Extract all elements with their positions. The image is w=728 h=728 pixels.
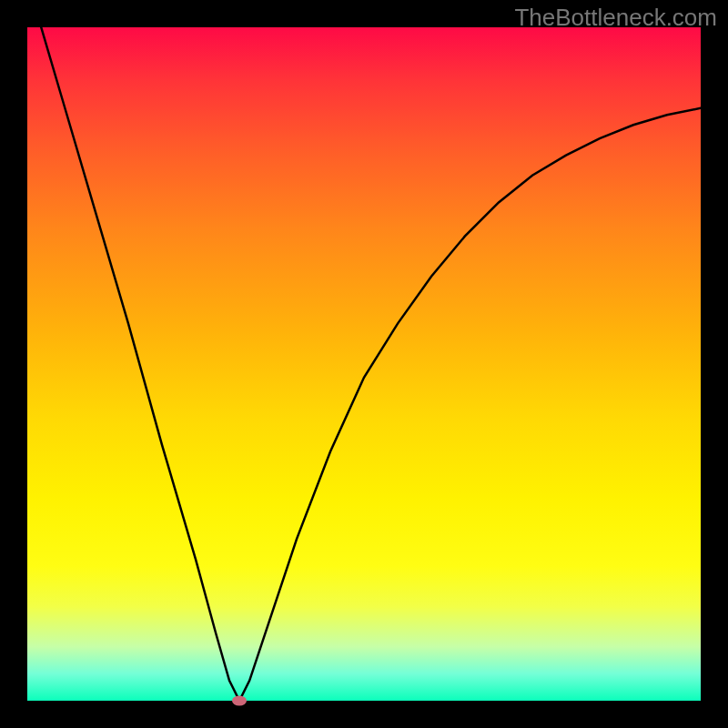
watermark-text: TheBottleneck.com bbox=[514, 4, 717, 32]
optimum-marker bbox=[232, 696, 247, 706]
bottleneck-curve bbox=[27, 27, 701, 701]
chart-plot-area bbox=[27, 27, 701, 701]
